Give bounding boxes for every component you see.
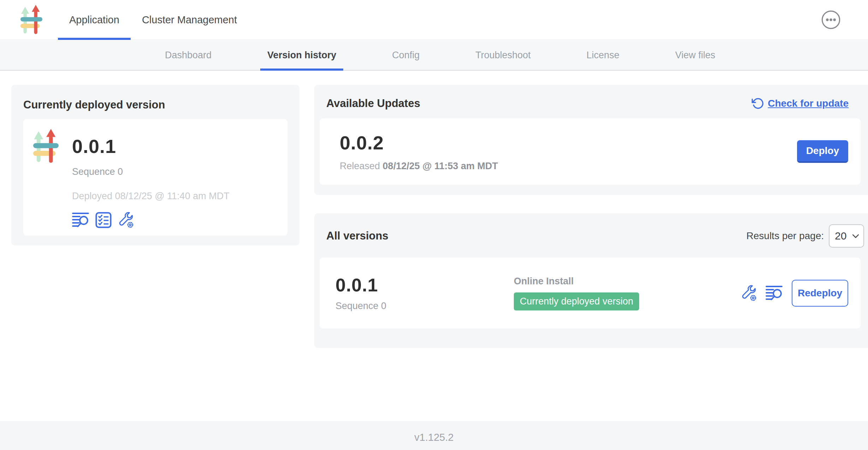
diff-logs-icon[interactable] bbox=[72, 212, 90, 228]
row-sequence: Sequence 0 bbox=[335, 301, 514, 312]
update-details: 0.0.2 Released 08/12/25 @ 11:53 am MDT bbox=[340, 132, 498, 172]
subnav-tab-troubleshoot[interactable]: Troubleshoot bbox=[468, 40, 538, 70]
update-version-number: 0.0.2 bbox=[340, 132, 498, 154]
all-versions-header: All versions Results per page: 20 bbox=[314, 224, 868, 248]
available-updates-header: Available Updates Check for update bbox=[314, 97, 868, 110]
preflight-checks-icon[interactable] bbox=[95, 212, 112, 228]
install-type: Online Install bbox=[514, 276, 740, 287]
all-versions-title: All versions bbox=[326, 230, 388, 242]
version-row-actions: Redeploy bbox=[740, 280, 848, 307]
subnav-label: Troubleshoot bbox=[475, 50, 531, 61]
config-icon[interactable] bbox=[117, 212, 134, 229]
ellipsis-menu-icon bbox=[821, 10, 841, 30]
tab-application-label: Application bbox=[69, 14, 119, 26]
check-for-update-label: Check for update bbox=[768, 98, 849, 109]
subnav-tab-dashboard[interactable]: Dashboard bbox=[158, 40, 219, 70]
subnav-label: View files bbox=[675, 50, 715, 61]
deployed-version-actions bbox=[72, 212, 230, 229]
all-versions-panel: All versions Results per page: 20 0.0.1 … bbox=[314, 213, 868, 348]
subnav-tab-license[interactable]: License bbox=[579, 40, 626, 70]
results-per-page-select[interactable]: 20 bbox=[829, 224, 864, 248]
deployed-version-details: 0.0.1 Sequence 0 Deployed 08/12/25 @ 11:… bbox=[72, 129, 230, 236]
tab-application[interactable]: Application bbox=[58, 0, 131, 40]
app-footer: v1.125.2 bbox=[0, 421, 868, 450]
subnav-tab-view-files[interactable]: View files bbox=[668, 40, 723, 70]
version-row-details: 0.0.1 Sequence 0 bbox=[335, 274, 514, 312]
released-prefix: Released bbox=[340, 161, 380, 171]
version-row-status: Online Install Currently deployed versio… bbox=[514, 276, 740, 310]
subnav-label: Dashboard bbox=[165, 50, 212, 61]
deployed-sequence: Sequence 0 bbox=[72, 166, 230, 177]
subnav-label: License bbox=[587, 50, 619, 61]
results-per-page-label: Results per page: bbox=[747, 230, 824, 242]
console-version: v1.125.2 bbox=[414, 432, 453, 450]
config-icon[interactable] bbox=[740, 285, 757, 302]
available-updates-title: Available Updates bbox=[326, 97, 420, 110]
diff-logs-icon[interactable] bbox=[766, 285, 783, 301]
subnav-tab-version-history[interactable]: Version history bbox=[260, 40, 343, 70]
redeploy-button[interactable]: Redeploy bbox=[792, 280, 848, 307]
currently-deployed-title: Currently deployed version bbox=[23, 99, 287, 111]
app-header: Application Cluster Management bbox=[0, 0, 868, 40]
subnav-label: Config bbox=[392, 50, 420, 61]
row-version-number: 0.0.1 bbox=[335, 274, 514, 296]
update-card: 0.0.2 Released 08/12/25 @ 11:53 am MDT D… bbox=[320, 118, 861, 185]
check-for-update-link[interactable]: Check for update bbox=[751, 97, 849, 110]
subnav-label: Version history bbox=[267, 50, 336, 61]
admin-console: Application Cluster Management Dashboard… bbox=[0, 0, 868, 450]
app-logo-icon bbox=[32, 129, 59, 164]
version-row: 0.0.1 Sequence 0 Online Install Currentl… bbox=[320, 257, 861, 328]
results-per-page-value: 20 bbox=[835, 230, 846, 242]
currently-deployed-panel: Currently deployed version 0.0.1 Sequenc… bbox=[11, 85, 299, 245]
deployed-version-number: 0.0.1 bbox=[72, 135, 230, 157]
app-logo-icon bbox=[20, 5, 42, 35]
tab-cluster-management-label: Cluster Management bbox=[142, 14, 237, 26]
deployed-timestamp: Deployed 08/12/25 @ 11:40 am MDT bbox=[72, 191, 230, 202]
status-badge: Currently deployed version bbox=[514, 292, 639, 310]
update-released-timestamp: Released 08/12/25 @ 11:53 am MDT bbox=[340, 161, 498, 172]
results-per-page: Results per page: 20 bbox=[747, 224, 864, 248]
refresh-icon bbox=[751, 97, 764, 110]
app-subnav: Dashboard Version history Config Trouble… bbox=[0, 40, 868, 71]
tab-cluster-management[interactable]: Cluster Management bbox=[131, 0, 248, 40]
currently-deployed-card: 0.0.1 Sequence 0 Deployed 08/12/25 @ 11:… bbox=[23, 119, 287, 236]
deploy-button[interactable]: Deploy bbox=[797, 140, 848, 163]
overflow-menu-button[interactable] bbox=[821, 10, 841, 30]
available-updates-panel: Available Updates Check for update 0.0.2… bbox=[314, 85, 868, 195]
chevron-down-icon bbox=[852, 233, 859, 239]
header-tabs: Application Cluster Management bbox=[58, 0, 248, 40]
subnav-tab-config[interactable]: Config bbox=[385, 40, 427, 70]
released-date: 08/12/25 @ 11:53 am MDT bbox=[383, 161, 498, 171]
